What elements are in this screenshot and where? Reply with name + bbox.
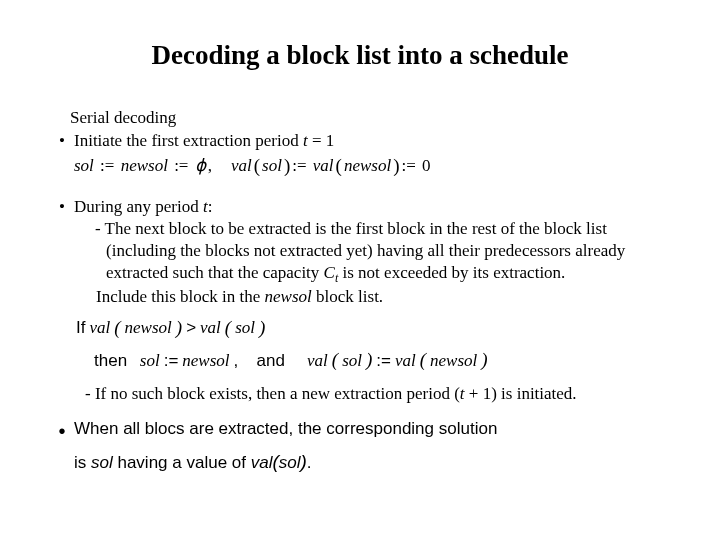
include-line: Include this block in the newsol block l…: [96, 286, 670, 308]
section-subhead: Serial decoding: [70, 107, 670, 129]
bullet1-text: Initiate the first extraction period: [74, 131, 303, 150]
slide-title: Decoding a block list into a schedule: [50, 38, 670, 73]
bullet-dot: •: [50, 418, 74, 440]
bullet2-lead: During any period: [74, 197, 203, 216]
bullet-initiate: • Initiate the first extraction period t…: [50, 130, 670, 152]
formula-init: sol := newsol := ϕ , val (sol) := val (n…: [74, 154, 670, 178]
final-line-1: When all blocs are extracted, the corres…: [74, 418, 497, 440]
dash-no-block: - If no such block exists, then a new ex…: [74, 383, 670, 405]
bullet-mark: •: [50, 196, 74, 218]
then-assignment: then sol := newsol , and val (sol) := va…: [94, 348, 670, 372]
dash-next-block: - The next block to be extracted is the …: [84, 218, 670, 286]
bullet-final: • When all blocs are extracted, the corr…: [50, 418, 670, 440]
final-line-2: is sol having a value of val(sol).: [74, 450, 670, 474]
bullet-during: • During any period t: - The next block …: [50, 196, 670, 308]
bullet1-tail: = 1: [308, 131, 335, 150]
if-condition: If val (newsol) > val (sol): [76, 316, 670, 340]
bullet-mark: •: [50, 130, 74, 152]
